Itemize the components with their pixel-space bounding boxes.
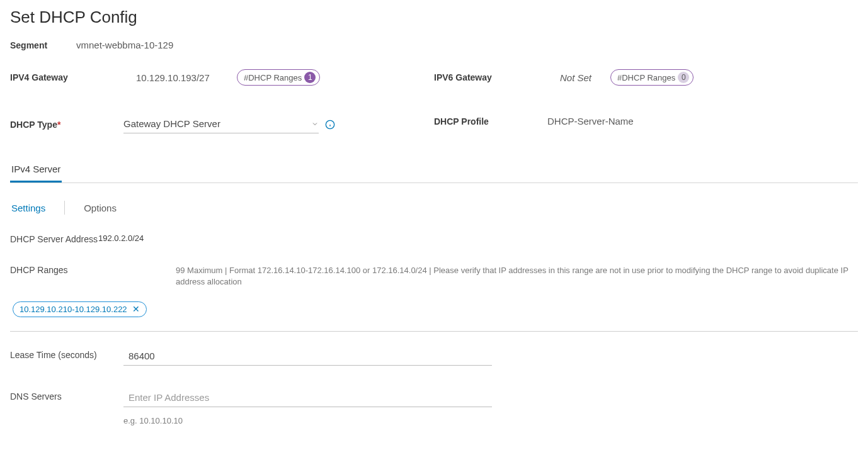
chevron-down-icon <box>311 120 319 128</box>
dns-servers-row: DNS Servers e.g. 10.10.10.10 <box>10 391 858 425</box>
dhcp-type-col: DHCP Type* Gateway DHCP Server <box>10 116 434 133</box>
ipv6-badge-label: #DHCP Ranges <box>617 73 675 82</box>
ipv4-badge-label: #DHCP Ranges <box>244 73 302 82</box>
lease-time-label: Lease Time (seconds) <box>10 349 123 362</box>
dhcp-type-selected: Gateway DHCP Server <box>123 118 220 129</box>
ipv6-gateway-value: Not Set <box>560 72 610 83</box>
dhcp-ranges-section: DHCP Ranges 99 Maximum | Format 172.16.1… <box>10 265 858 317</box>
dhcp-profile-label: DHCP Profile <box>434 116 547 126</box>
ipv4-gateway-value: 10.129.10.193/27 <box>136 72 237 83</box>
info-icon[interactable] <box>325 120 335 130</box>
gateway-row: IPV4 Gateway 10.129.10.193/27 #DHCP Rang… <box>10 69 858 86</box>
secondary-tabs: Settings Options <box>10 201 858 215</box>
segment-value: vmnet-webbma-10-129 <box>76 40 173 50</box>
ipv6-dhcp-ranges-badge[interactable]: #DHCP Ranges 0 <box>610 69 694 86</box>
dhcp-range-chip[interactable]: 10.129.10.210-10.129.10.222 ✕ <box>13 301 147 317</box>
ipv6-gateway-label: IPV6 Gateway <box>434 72 560 82</box>
close-icon[interactable]: ✕ <box>132 305 140 313</box>
ipv6-gateway-col: IPV6 Gateway Not Set #DHCP Ranges 0 <box>434 69 858 86</box>
lease-time-input[interactable] <box>123 349 492 366</box>
required-star-icon: * <box>57 120 60 130</box>
ipv4-badge-count: 1 <box>304 72 316 83</box>
dhcp-server-address-value: 192.0.2.0/24 <box>98 233 144 243</box>
tab-settings[interactable]: Settings <box>10 203 47 213</box>
ipv4-gateway-label: IPV4 Gateway <box>10 72 136 82</box>
page-title: Set DHCP Config <box>10 8 858 27</box>
ipv4-gateway-col: IPV4 Gateway 10.129.10.193/27 #DHCP Rang… <box>10 69 434 86</box>
dns-servers-label: DNS Servers <box>10 391 123 403</box>
segment-row: Segment vmnet-webbma-10-129 <box>10 40 858 50</box>
dns-servers-hint: e.g. 10.10.10.10 <box>123 416 492 425</box>
dhcp-range-chip-text: 10.129.10.210-10.129.10.222 <box>20 305 127 314</box>
dhcp-type-select[interactable]: Gateway DHCP Server <box>123 116 319 133</box>
lease-time-row: Lease Time (seconds) <box>10 349 858 366</box>
dhcp-type-row: DHCP Type* Gateway DHCP Server DHCP Prof… <box>10 116 858 133</box>
segment-label: Segment <box>10 40 76 50</box>
dhcp-type-label: DHCP Type* <box>10 120 123 130</box>
primary-tabs: IPv4 Server <box>10 159 858 183</box>
dhcp-ranges-help: 99 Maximum | Format 172.16.14.10-172.16.… <box>176 265 858 288</box>
dhcp-profile-value: DHCP-Server-Name <box>547 116 634 126</box>
tab-ipv4-server[interactable]: IPv4 Server <box>10 159 62 183</box>
dhcp-profile-col: DHCP Profile DHCP-Server-Name <box>434 116 858 126</box>
ipv6-badge-count: 0 <box>678 72 689 83</box>
dhcp-server-address-row: DHCP Server Address 192.0.2.0/24 <box>10 233 858 246</box>
dns-servers-input[interactable] <box>123 391 492 407</box>
tab-separator <box>64 201 65 215</box>
section-divider <box>10 331 858 332</box>
dhcp-server-address-label: DHCP Server Address <box>10 233 98 246</box>
dhcp-ranges-label: DHCP Ranges <box>10 265 176 275</box>
ipv4-dhcp-ranges-badge[interactable]: #DHCP Ranges 1 <box>237 69 320 86</box>
tab-options[interactable]: Options <box>83 203 118 213</box>
